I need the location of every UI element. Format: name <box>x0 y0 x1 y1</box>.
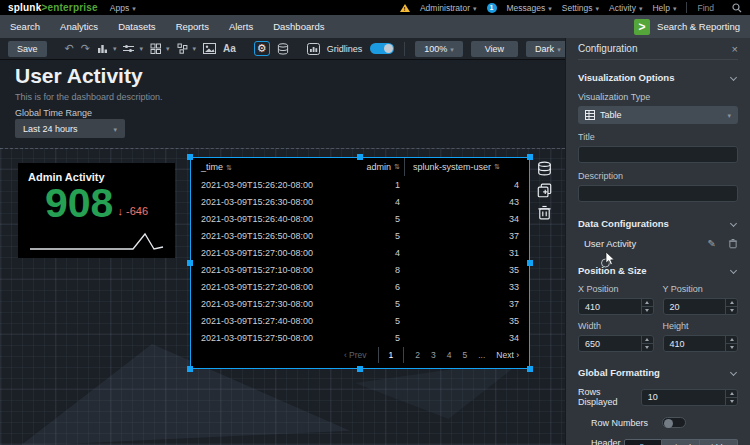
column-header-admin[interactable]: admin <box>346 162 403 172</box>
add-image-button[interactable] <box>203 43 216 54</box>
activity-menu[interactable]: Activity <box>609 3 642 13</box>
section-data-configurations[interactable]: Data Configurations <box>578 216 738 230</box>
column-header-time[interactable]: _time <box>191 162 346 172</box>
warning-icon[interactable]: ! <box>400 4 410 12</box>
add-layout-button[interactable] <box>150 43 170 54</box>
header-row-option-hidden[interactable]: Hidden <box>700 439 738 445</box>
table-row[interactable]: 2021-03-09T15:27:10-08:00835 <box>191 261 529 278</box>
nav-item-datasets[interactable]: Datasets <box>118 21 156 32</box>
next-page-button[interactable]: Next › <box>496 350 519 360</box>
table-panel[interactable]: _time admin splunk-system-user 2021-03-0… <box>190 157 530 369</box>
table-row[interactable]: 2021-03-09T15:27:50-08:00534 <box>191 329 529 346</box>
rows-displayed-input[interactable]: 10 <box>641 389 738 406</box>
table-row[interactable]: 2021-03-09T15:26:20-08:0014 <box>191 176 529 193</box>
duplicate-icon[interactable] <box>537 183 552 198</box>
search-reporting-app-label[interactable]: Search & Reporting <box>657 21 740 32</box>
resize-handle-se[interactable] <box>527 366 533 372</box>
configuration-toggle-button[interactable]: ⚙ <box>254 41 270 56</box>
header-row-option-inline[interactable]: Inline <box>624 439 662 445</box>
theme-dropdown[interactable]: Dark <box>526 41 570 57</box>
section-visualization-options[interactable]: Visualization Options <box>578 70 738 84</box>
settings-menu[interactable]: Settings <box>562 3 599 13</box>
resize-handle-e[interactable] <box>527 260 533 266</box>
stepper[interactable] <box>641 336 653 351</box>
table-row[interactable]: 2021-03-09T15:27:40-08:00535 <box>191 312 529 329</box>
help-menu[interactable]: Help <box>652 3 676 13</box>
redo-icon[interactable]: ↷ <box>81 42 90 55</box>
nav-item-reports[interactable]: Reports <box>176 21 209 32</box>
administrator-menu[interactable]: Administrator <box>420 3 477 13</box>
stepper[interactable] <box>725 336 737 351</box>
table-row[interactable]: 2021-03-09T15:27:00-08:00431 <box>191 244 529 261</box>
zoom-dropdown[interactable]: 100% <box>415 41 463 57</box>
row-numbers-toggle[interactable] <box>662 417 686 428</box>
table-row[interactable]: 2021-03-09T15:26:50-08:00537 <box>191 227 529 244</box>
description-input[interactable] <box>578 185 738 202</box>
table-cell: 37 <box>404 231 529 241</box>
resize-handle-nw[interactable] <box>187 154 193 160</box>
dashboard-canvas[interactable]: User Activity This is for the dashboard … <box>0 61 565 445</box>
add-shapes-button[interactable] <box>177 43 197 54</box>
height-input[interactable]: 410 <box>663 335 739 352</box>
nav-item-analytics[interactable]: Analytics <box>60 21 98 32</box>
defaults-button[interactable] <box>307 43 320 55</box>
title-input[interactable] <box>578 146 738 163</box>
trash-icon[interactable] <box>537 205 552 220</box>
messages-menu[interactable]: Messages <box>507 3 552 13</box>
table-row[interactable]: 2021-03-09T15:27:20-08:00633 <box>191 278 529 295</box>
add-input-button[interactable] <box>123 43 143 54</box>
single-value-panel[interactable]: Admin Activity 908 ↓ -646 <box>18 163 175 258</box>
section-global-formatting[interactable]: Global Formatting <box>578 365 738 379</box>
table-row[interactable]: 2021-03-09T15:27:30-08:00537 <box>191 295 529 312</box>
page-button-4[interactable]: 4 <box>447 350 452 360</box>
page-button-2[interactable]: 2 <box>415 350 420 360</box>
search-reporting-app-icon[interactable]: > <box>634 19 650 35</box>
stepper[interactable] <box>641 299 653 314</box>
apps-menu[interactable]: Apps <box>110 3 136 13</box>
gridlines-toggle[interactable] <box>370 43 394 54</box>
data-sources-button[interactable] <box>277 43 289 55</box>
nav-item-search[interactable]: Search <box>10 21 40 32</box>
stepper[interactable] <box>725 299 737 314</box>
prev-page-button[interactable]: ‹ Prev <box>344 350 367 360</box>
resize-handle-w[interactable] <box>187 260 193 266</box>
panel-chart-icon <box>307 43 320 55</box>
resize-handle-s[interactable] <box>357 366 363 372</box>
table-cell: 2021-03-09T15:27:10-08:00 <box>191 265 346 275</box>
edit-icon[interactable]: ✎ <box>708 238 716 249</box>
title-label: Title <box>578 132 738 142</box>
data-source-row[interactable]: User Activity ✎ <box>584 238 738 249</box>
width-input[interactable]: 650 <box>578 335 654 352</box>
table-row[interactable]: 2021-03-09T15:26:40-08:00534 <box>191 210 529 227</box>
y-position-input[interactable]: 20 <box>663 298 739 315</box>
visualization-type-select[interactable]: Table <box>578 106 738 124</box>
add-text-button[interactable]: Aa <box>223 43 236 54</box>
table-row[interactable]: 2021-03-09T15:26:30-08:00443 <box>191 193 529 210</box>
page-button-5[interactable]: 5 <box>463 350 468 360</box>
resize-handle-ne[interactable] <box>527 154 533 160</box>
data-source-icon[interactable] <box>537 161 552 176</box>
find-search-input[interactable]: Find <box>697 3 742 13</box>
close-icon[interactable]: × <box>732 43 738 55</box>
add-chart-button[interactable] <box>97 43 117 54</box>
table-cell: 5 <box>346 231 403 241</box>
visualization-type-label: Visualization Type <box>578 92 738 102</box>
width-label: Width <box>578 321 654 331</box>
resize-handle-sw[interactable] <box>187 366 193 372</box>
column-header-splunk-system-user[interactable]: splunk-system-user <box>404 158 529 176</box>
header-row-option-fixed[interactable]: Fixed <box>662 439 700 445</box>
stepper[interactable] <box>725 390 737 405</box>
undo-icon[interactable]: ↶ <box>65 42 74 55</box>
view-button[interactable]: View <box>471 41 518 57</box>
resize-handle-n[interactable] <box>357 154 363 160</box>
search-icon[interactable] <box>732 3 742 13</box>
page-button-3[interactable]: 3 <box>431 350 436 360</box>
table-cell: 4 <box>346 248 403 258</box>
trash-icon[interactable] <box>728 238 738 249</box>
nav-item-alerts[interactable]: Alerts <box>229 21 253 32</box>
nav-item-dashboards[interactable]: Dashboards <box>273 21 324 32</box>
page-button-1[interactable]: 1 <box>378 347 405 363</box>
x-position-input[interactable]: 410 <box>578 298 654 315</box>
save-button[interactable]: Save <box>8 41 47 57</box>
time-range-dropdown[interactable]: Last 24 hours <box>15 119 125 138</box>
